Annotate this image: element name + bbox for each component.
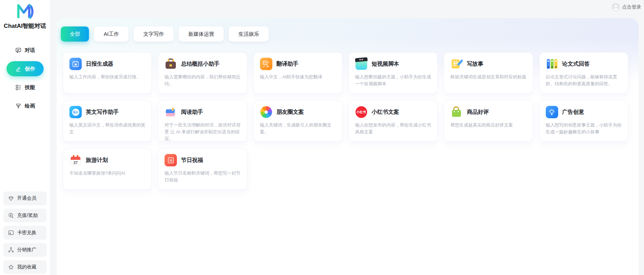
share-network-icon: [8, 247, 14, 253]
svg-text:中: 中: [264, 62, 267, 65]
card-header: 福节日祝福: [165, 154, 240, 167]
card-desc: 输入中文，AI助手快速为您翻译: [260, 74, 336, 80]
sidebar-item-label: 充值/奖励: [17, 212, 38, 219]
card-title: 商品好评: [467, 109, 489, 116]
card-desc: 不知道去哪里旅游?来问问AI: [69, 170, 145, 177]
card-title: 小红书文案: [372, 109, 399, 116]
star-icon: [8, 264, 14, 270]
card-header: 中A翻译助手: [260, 57, 336, 70]
card-xiaohongshu-copy[interactable]: 小红书小红书文案输入你想发布的内容，帮你生成小红书风格文案: [349, 100, 438, 142]
sidebar-item-creation[interactable]: 创作: [7, 61, 44, 76]
card-desc: 输入需要概括的内容，我们帮你精简总结。: [165, 74, 240, 87]
user-avatar-icon: [612, 3, 620, 11]
sidebar-item-membership[interactable]: 开通会员: [3, 191, 47, 205]
lightbulb-icon: [546, 106, 558, 118]
card-summary[interactable]: 总结概括小助手输入需要概括的内容，我们帮你精简总结。: [158, 52, 247, 94]
sidebar-nav: 对话创作技能绘画: [7, 43, 44, 113]
moments-icon: [260, 106, 272, 118]
tab-label: 生活娱乐: [238, 31, 259, 37]
tab-life-fun[interactable]: 生活娱乐: [229, 26, 269, 42]
card-title: 英文写作助手: [86, 109, 119, 116]
card-header: 阅读助手: [165, 106, 240, 119]
sidebar-item-favorites[interactable]: 我的收藏: [3, 260, 47, 274]
card-header: 广告创意: [546, 106, 622, 119]
card-header: 写故事: [450, 57, 526, 70]
sidebar-item-label: 分销推广: [17, 247, 36, 253]
card-daily-report[interactable]: 周日报生成器输入工作内容，帮你快速完成日报。: [63, 52, 152, 94]
briefcase-icon: [165, 58, 177, 70]
clapperboard-icon: »»: [355, 58, 368, 70]
card-desc: 根据关键词生成原创文章和对应的标题: [450, 74, 526, 80]
card-story[interactable]: 写故事根据关键词生成原创文章和对应的标题: [444, 52, 533, 94]
card-desc: 输入关键词，生成吸引人的朋友圈文案。: [260, 122, 336, 135]
card-desc: 输入节日名称和关键词，帮您写一封节日祝福: [165, 170, 240, 184]
translate-icon: 中A: [260, 58, 272, 70]
card-header: 总结概括小助手: [165, 57, 240, 70]
card-title: 短视频脚本: [372, 60, 399, 68]
sidebar-item-skills[interactable]: 技能: [7, 80, 44, 95]
sidebar-item-affiliate[interactable]: 分销推广: [3, 243, 47, 257]
sidebar-item-label: 卡密兑换: [17, 230, 36, 236]
card-reading[interactable]: 阅读助手对于一些无法理解的对话，提供对话背景 让 AI 来进行解读并制定出适当的…: [158, 100, 247, 142]
sidebar-item-label: 我的收藏: [17, 264, 36, 270]
card-thesis-answer[interactable]: 论文式回答以论文形式讨论问题，能够获得连贯的、结构化的和更高质量的回答。: [539, 52, 628, 94]
sidebar-item-card-redeem[interactable]: 卡密兑换: [3, 226, 47, 240]
card-desc: 输入想要拍摄的主题，小助手为你生成一个短视频脚本: [355, 74, 431, 87]
tab-label: 文字写作: [143, 31, 164, 37]
card-desc: 输入你想发布的内容，帮你生成小红书风格文案: [355, 122, 431, 135]
card-moments-copy[interactable]: 朋友圈文案输入关键词，生成吸引人的朋友圈文案。: [253, 100, 342, 142]
card-english-writing[interactable]: En英文写作助手输入英文或中文，帮你润色成优美的英文: [63, 100, 152, 142]
sidebar-utilities: 开通会员充值/奖励卡密兑换分销推广我的收藏: [3, 191, 47, 274]
tab-all[interactable]: 全部: [61, 26, 89, 42]
sidebar-item-label: 绘画: [25, 103, 35, 109]
tab-new-media[interactable]: 新媒体运营: [179, 26, 224, 42]
calendar-27-icon: 27: [69, 154, 82, 166]
gem-icon: [8, 195, 14, 201]
sidebar-item-label: 创作: [25, 66, 35, 72]
svg-text:A: A: [266, 64, 269, 68]
card-desc: 对于一些无法理解的对话，提供对话背景 让 AI 来进行解读并制定出适当的回应。: [165, 122, 240, 142]
app-logo: [15, 3, 35, 21]
card-title: 节日祝福: [181, 157, 203, 164]
sidebar-item-painting[interactable]: 绘画: [7, 98, 44, 113]
card-header: 朋友圈文案: [260, 106, 336, 119]
tab-label: 全部: [70, 31, 80, 37]
card-header: 小红书小红书文案: [355, 106, 431, 119]
sidebar: ChatAI智能对话 对话创作技能绘画 开通会员充值/奖励卡密兑换分销推广我的收…: [0, 0, 50, 275]
fu-icon: 福: [165, 154, 177, 166]
svg-text:周: 周: [74, 63, 77, 66]
tab-ai-work[interactable]: AI工作: [94, 26, 128, 42]
tab-label: 新媒体运营: [188, 31, 214, 37]
daily-report-icon: 周: [69, 58, 82, 70]
card-festival-wishes[interactable]: 福节日祝福输入节日名称和关键词，帮您写一封节日祝福: [158, 148, 247, 190]
tab-text-writing[interactable]: 文字写作: [134, 26, 173, 42]
login-button[interactable]: 点击登录: [612, 3, 641, 11]
svg-text:福: 福: [169, 159, 172, 162]
card-title: 总结概括小助手: [181, 60, 219, 68]
app-title: ChatAI智能对话: [0, 22, 50, 30]
card-header: 商品好评: [450, 106, 526, 119]
sidebar-item-chat[interactable]: 对话: [7, 43, 44, 58]
card-desc: 以论文形式讨论问题，能够获得连贯的、结构化的和更高质量的回答。: [546, 74, 622, 87]
login-label: 点击登录: [622, 4, 641, 10]
tab-label: AI工作: [104, 31, 119, 37]
xiaohongshu-icon: 小红书: [355, 106, 368, 118]
pencil-icon: [15, 66, 22, 72]
card-product-review[interactable]: 商品好评帮您生成超真实的商品好评文案: [444, 100, 533, 142]
card-header: 周日报生成器: [69, 57, 145, 70]
card-ad-creative[interactable]: 广告创意输入想写的创意故事主题，小助手为你生成一篇妙趣横生的小故事: [539, 100, 628, 142]
card-translate[interactable]: 中A翻译助手输入中文，AI助手快速为您翻译: [253, 52, 342, 94]
english-icon: En: [69, 106, 82, 118]
grid-icon: [15, 84, 22, 91]
card-header: 27旅游计划: [69, 154, 145, 167]
card-desc: 帮您生成超真实的商品好评文案: [450, 122, 526, 129]
notepad-pencil-icon: [450, 58, 463, 70]
card-travel-plan[interactable]: 27旅游计划不知道去哪里旅游?来问问AI: [63, 148, 152, 190]
card-short-video[interactable]: »»短视频脚本输入想要拍摄的主题，小助手为你生成一个短视频脚本: [349, 52, 438, 94]
sidebar-item-label: 对话: [25, 47, 35, 54]
card-icon: [8, 230, 14, 236]
sidebar-item-recharge[interactable]: 充值/奖励: [3, 209, 47, 222]
card-title: 广告创意: [562, 109, 584, 116]
card-desc: 输入英文或中文，帮你润色成优美的英文: [69, 122, 145, 135]
sidebar-item-label: 技能: [25, 84, 35, 91]
